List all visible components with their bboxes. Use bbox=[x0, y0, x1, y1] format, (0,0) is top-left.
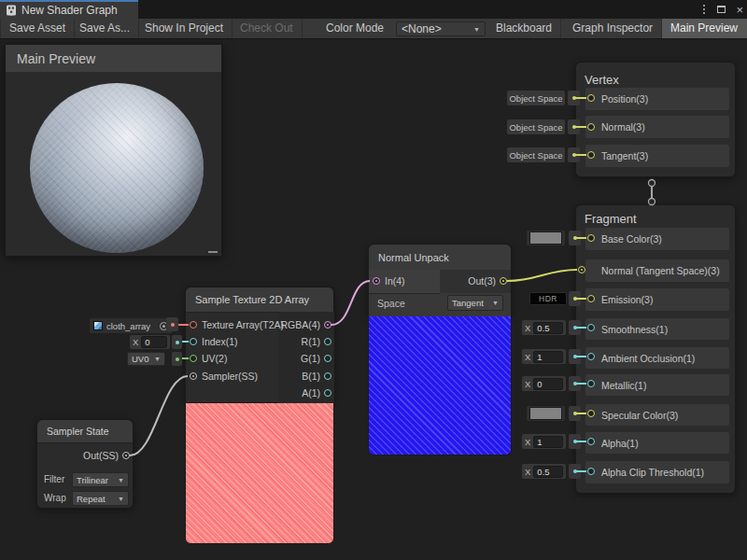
texture-array-object-field[interactable]: cloth_array bbox=[89, 317, 173, 334]
port-frag-metallic[interactable] bbox=[587, 380, 595, 387]
wrap-dropdown[interactable]: Repeat ▼ bbox=[72, 491, 129, 506]
fragment-row-metallic[interactable]: Metallic(1) bbox=[585, 374, 729, 396]
metallic-input[interactable]: X 0 bbox=[522, 376, 566, 391]
row-label: Base Color(3) bbox=[601, 233, 662, 245]
port-frag-smoothness[interactable] bbox=[587, 324, 595, 331]
ambient-occlusion-input[interactable]: X 1 bbox=[522, 349, 566, 364]
alpha-clip-threshold-input[interactable]: X 0.5 bbox=[522, 464, 566, 479]
port-a-out[interactable] bbox=[324, 389, 331, 397]
port-frag-ambient-occlusion[interactable] bbox=[587, 353, 595, 360]
port-vertex-position[interactable] bbox=[587, 94, 595, 102]
output-label-g: G(1) bbox=[301, 353, 320, 364]
save-asset-button[interactable]: Save Asset bbox=[0, 19, 75, 38]
port-unpack-in[interactable] bbox=[373, 277, 380, 285]
maximize-icon[interactable] bbox=[717, 6, 726, 13]
close-icon[interactable]: × bbox=[736, 4, 743, 16]
fragment-row-emission[interactable]: Emission(3) bbox=[585, 288, 729, 311]
port-frag-specular-color[interactable] bbox=[587, 410, 595, 417]
node-fragment[interactable]: Fragment Base Color(3) Normal (Tangent S… bbox=[575, 204, 736, 494]
main-preview-header[interactable]: Main Preview bbox=[6, 45, 221, 73]
node-vertex[interactable]: Vertex Position(3) Normal(3) Tangent(3) bbox=[575, 62, 736, 177]
fragment-row-base-color[interactable]: Base Color(3) bbox=[585, 228, 729, 250]
port-samplerstate-out[interactable] bbox=[122, 452, 130, 459]
x-label: X bbox=[525, 437, 530, 447]
wrap-label: Wrap bbox=[44, 493, 66, 503]
vertex-row-normal[interactable]: Normal(3) bbox=[585, 116, 729, 138]
port-frag-emission[interactable] bbox=[587, 295, 595, 302]
vertex-row-tangent[interactable]: Tangent(3) bbox=[585, 145, 729, 167]
port-r-out[interactable] bbox=[324, 338, 331, 345]
node-title-bar[interactable]: Sampler State bbox=[37, 420, 133, 443]
connector-dot bbox=[569, 291, 581, 306]
output-label-b: B(1) bbox=[302, 371, 320, 382]
fragment-row-smoothness[interactable]: Smoothness(1) bbox=[585, 318, 729, 340]
shader-preview-sphere bbox=[30, 83, 204, 253]
fragment-row-alpha-clip[interactable]: Alpha Clip Threshold(1) bbox=[585, 461, 729, 483]
port-uv-in[interactable] bbox=[190, 355, 197, 362]
color-mode-dropdown[interactable]: <None> ▼ bbox=[396, 21, 486, 36]
value-field[interactable]: 0 bbox=[533, 378, 563, 390]
input-label-index: Index(1) bbox=[202, 336, 238, 347]
value-field[interactable]: 0 bbox=[141, 336, 167, 348]
fragment-row-ambient-occlusion[interactable]: Ambient Occlusion(1) bbox=[585, 347, 729, 369]
connector-dot bbox=[569, 231, 581, 245]
fragment-row-normal[interactable]: Normal (Tangent Space)(3) bbox=[585, 259, 729, 282]
port-frag-alpha[interactable] bbox=[587, 438, 595, 445]
port-vertex-tangent[interactable] bbox=[587, 151, 595, 159]
value-field[interactable]: 0.5 bbox=[533, 322, 563, 334]
value-field[interactable]: 1 bbox=[533, 436, 563, 448]
port-sampler-in[interactable] bbox=[190, 372, 197, 380]
graph-inspector-toggle[interactable]: Graph Inspector bbox=[564, 19, 662, 38]
value-field[interactable]: 1 bbox=[533, 351, 563, 363]
base-color-swatch[interactable] bbox=[526, 230, 566, 246]
node-title: Sampler State bbox=[47, 426, 109, 437]
resize-grip[interactable] bbox=[208, 251, 218, 253]
port-frag-normal[interactable] bbox=[578, 266, 585, 273]
position-space-dropdown[interactable]: Object Space bbox=[507, 91, 565, 105]
tangent-space-dropdown[interactable]: Object Space bbox=[507, 147, 565, 162]
sample-texture-preview bbox=[185, 403, 334, 544]
filter-dropdown[interactable]: Trilinear ▼ bbox=[72, 472, 129, 487]
connector-dot bbox=[569, 464, 581, 479]
x-label: X bbox=[525, 467, 530, 477]
fragment-row-specular-color[interactable]: Specular Color(3) bbox=[585, 404, 729, 426]
alpha-input[interactable]: X 1 bbox=[522, 434, 566, 449]
vertex-row-position[interactable]: Position(3) bbox=[585, 88, 729, 110]
value-field[interactable]: 0.5 bbox=[533, 466, 563, 478]
connector-dot bbox=[569, 349, 581, 364]
tab-new-shader-graph[interactable]: New Shader Graph bbox=[0, 0, 138, 19]
emission-hdr-color-field[interactable]: HDR bbox=[529, 292, 567, 305]
connector-dot bbox=[172, 335, 182, 349]
port-g-out[interactable] bbox=[324, 355, 331, 362]
connector-dot bbox=[569, 320, 581, 335]
blackboard-toggle[interactable]: Blackboard bbox=[487, 19, 561, 38]
port-unpack-out[interactable] bbox=[500, 277, 507, 285]
port-index-in[interactable] bbox=[190, 338, 197, 345]
save-as-button[interactable]: Save As... bbox=[71, 19, 139, 38]
normal-space-dropdown[interactable]: Object Space bbox=[507, 119, 565, 134]
port-b-out[interactable] bbox=[324, 372, 331, 380]
node-title-bar[interactable]: Sample Texture 2D Array bbox=[186, 287, 333, 313]
chevron-down-icon: ▼ bbox=[118, 477, 124, 483]
port-vertex-normal[interactable] bbox=[587, 123, 595, 131]
port-frag-alpha-clip[interactable] bbox=[587, 468, 595, 475]
port-rgba-out[interactable] bbox=[324, 321, 331, 329]
row-label: Smoothness(1) bbox=[601, 324, 668, 335]
kebab-menu-icon[interactable] bbox=[701, 3, 707, 16]
show-in-project-button[interactable]: Show In Project bbox=[136, 19, 233, 38]
port-frag-base-color[interactable] bbox=[587, 234, 595, 242]
port-texture-array-in[interactable] bbox=[190, 321, 197, 329]
main-preview-toggle[interactable]: Main Preview bbox=[662, 19, 747, 38]
space-dropdown[interactable]: Tangent ▼ bbox=[447, 295, 503, 311]
node-title: Sample Texture 2D Array bbox=[195, 294, 309, 305]
fragment-row-alpha[interactable]: Alpha(1) bbox=[585, 432, 729, 454]
node-title: Normal Unpack bbox=[378, 252, 449, 263]
color-mode-label: Color Mode bbox=[326, 19, 384, 38]
uv-channel-dropdown[interactable]: UV0 ▼ bbox=[127, 352, 165, 366]
node-vertex-title: Vertex bbox=[585, 73, 619, 87]
normal-unpack-preview bbox=[368, 316, 512, 455]
index-input[interactable]: X 0 bbox=[130, 335, 170, 349]
node-title-bar[interactable]: Normal Unpack bbox=[369, 245, 511, 271]
specular-color-swatch[interactable] bbox=[526, 405, 566, 422]
smoothness-input[interactable]: X 0.5 bbox=[522, 320, 566, 335]
